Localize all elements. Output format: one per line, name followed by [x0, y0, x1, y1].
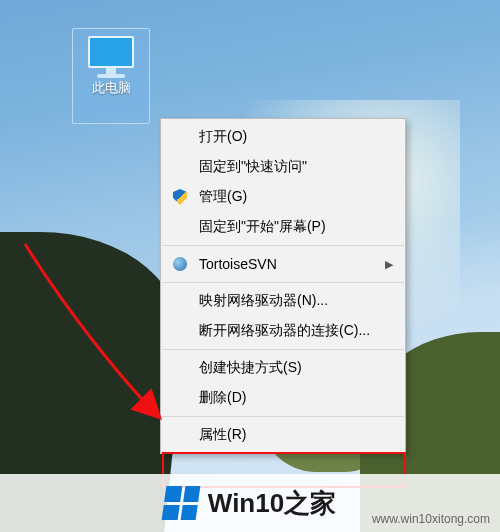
this-pc-icon: [88, 36, 134, 76]
menu-item-open[interactable]: 打开(O): [161, 122, 405, 152]
menu-item-label: 删除(D): [199, 389, 246, 407]
menu-item-map-network-drive[interactable]: 映射网络驱动器(N)...: [161, 286, 405, 316]
watermark-url: www.win10xitong.com: [372, 512, 490, 526]
desktop-icon-this-pc[interactable]: 此电脑: [72, 28, 150, 124]
menu-item-label: 固定到"快速访问": [199, 158, 307, 176]
desktop-background: 此电脑 打开(O) 固定到"快速访问" 管理(G) 固定到"开始"屏幕(P) T…: [0, 0, 500, 532]
menu-item-label: 打开(O): [199, 128, 247, 146]
windows-logo-icon: [161, 486, 200, 520]
menu-item-label: TortoiseSVN: [199, 256, 277, 272]
menu-item-pin-quick-access[interactable]: 固定到"快速访问": [161, 152, 405, 182]
context-menu: 打开(O) 固定到"快速访问" 管理(G) 固定到"开始"屏幕(P) Torto…: [160, 118, 406, 454]
tortoisesvn-icon: [171, 255, 189, 273]
menu-item-properties[interactable]: 属性(R): [161, 420, 405, 450]
menu-separator: [162, 245, 404, 246]
menu-item-label: 断开网络驱动器的连接(C)...: [199, 322, 370, 340]
submenu-arrow-icon: ▶: [385, 258, 393, 271]
menu-item-label: 属性(R): [199, 426, 246, 444]
shield-icon: [171, 188, 189, 206]
menu-item-label: 创建快捷方式(S): [199, 359, 302, 377]
menu-item-tortoisesvn[interactable]: TortoiseSVN▶: [161, 249, 405, 279]
menu-item-label: 固定到"开始"屏幕(P): [199, 218, 326, 236]
menu-separator: [162, 416, 404, 417]
watermark-brand: Win10之家: [208, 486, 336, 521]
menu-separator: [162, 282, 404, 283]
desktop-icon-label: 此电脑: [92, 80, 131, 96]
menu-item-disconnect-network-drive[interactable]: 断开网络驱动器的连接(C)...: [161, 316, 405, 346]
menu-item-label: 映射网络驱动器(N)...: [199, 292, 328, 310]
menu-item-create-shortcut[interactable]: 创建快捷方式(S): [161, 353, 405, 383]
menu-item-delete[interactable]: 删除(D): [161, 383, 405, 413]
watermark-bar: Win10之家 www.win10xitong.com: [0, 474, 500, 532]
menu-item-manage[interactable]: 管理(G): [161, 182, 405, 212]
menu-separator: [162, 349, 404, 350]
menu-item-pin-start[interactable]: 固定到"开始"屏幕(P): [161, 212, 405, 242]
menu-item-label: 管理(G): [199, 188, 247, 206]
